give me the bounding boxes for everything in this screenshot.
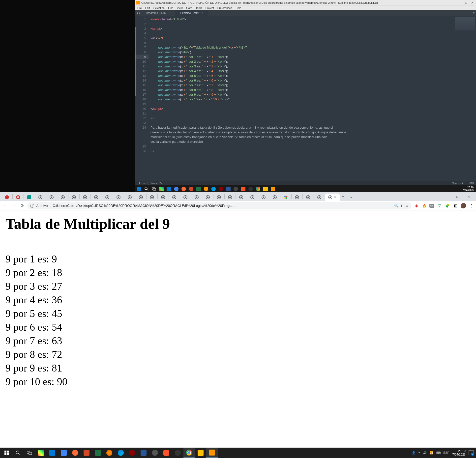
task-view-icon[interactable]	[152, 187, 156, 191]
bookmark-icon[interactable]: ☆	[405, 204, 409, 208]
app-icon[interactable]	[58, 448, 69, 458]
share-icon[interactable]: ⇧	[400, 204, 403, 208]
language-indicator[interactable]: ESP	[444, 451, 449, 455]
extension-icon[interactable]: ◉	[414, 203, 419, 208]
task-view-icon[interactable]	[24, 448, 35, 458]
zoom-icon[interactable]: 🔍	[394, 204, 398, 208]
browser-tab[interactable]	[158, 194, 169, 201]
windows-start-icon[interactable]	[137, 187, 141, 191]
side-panel-icon[interactable]: ◧	[453, 203, 458, 208]
site-info-icon[interactable]: i	[30, 204, 34, 208]
profile-avatar[interactable]	[461, 203, 466, 208]
firefox-icon[interactable]	[204, 187, 208, 191]
notification-icon[interactable]	[469, 450, 474, 455]
opera-icon[interactable]	[219, 187, 223, 191]
browser-tab[interactable]	[35, 194, 46, 201]
reload-button[interactable]: ⟳	[19, 202, 25, 209]
new-tab-icon[interactable]: +	[470, 11, 472, 15]
brave-icon[interactable]	[161, 448, 172, 458]
app-icon[interactable]	[174, 187, 178, 191]
browser-tab[interactable]	[91, 194, 102, 201]
chrome-icon[interactable]	[183, 448, 195, 458]
browser-tab[interactable]	[258, 194, 269, 201]
browser-tab[interactable]	[113, 194, 124, 201]
browser-tab[interactable]	[80, 194, 90, 201]
menu-selection[interactable]: Selection	[153, 6, 165, 9]
browser-tab[interactable]	[303, 194, 314, 201]
back-button[interactable]: ←	[2, 202, 8, 209]
word-icon[interactable]	[138, 448, 149, 458]
tab-close-icon[interactable]: ×	[202, 12, 203, 14]
browser-tab[interactable]	[314, 194, 325, 201]
tab-dropdown-icon[interactable]: ▾	[473, 11, 475, 15]
ccleaner-icon[interactable]	[69, 448, 81, 458]
edge-icon[interactable]	[211, 187, 216, 191]
app-icon[interactable]	[234, 187, 238, 191]
paint-icon[interactable]	[149, 448, 161, 458]
browser-tab[interactable]	[269, 194, 280, 201]
sublime-icon[interactable]	[206, 448, 218, 458]
browser-tab[interactable]	[202, 194, 213, 201]
forward-button[interactable]: →	[10, 202, 17, 209]
menu-edit[interactable]: Edit	[145, 6, 150, 9]
volume-icon[interactable]: 🔊	[423, 451, 427, 455]
browser-tab-active[interactable]: ✕	[325, 194, 340, 201]
sublime-editor[interactable]: 1 2 3 4 5 6 7 8 9 10 11 12 13 14 15 16 1…	[135, 16, 476, 181]
browser-tab[interactable]	[24, 194, 35, 201]
chrome-icon[interactable]	[256, 187, 260, 191]
opera-icon[interactable]	[126, 448, 138, 458]
code-area[interactable]: <meta charset="UTF-8"> <script> var x = …	[149, 16, 476, 181]
powerpoint-icon[interactable]	[81, 448, 92, 458]
word-icon[interactable]	[226, 187, 231, 191]
menu-goto[interactable]: Goto	[186, 6, 192, 9]
minimize-button[interactable]: —	[440, 193, 452, 200]
app-icon[interactable]	[35, 448, 47, 458]
address-bar[interactable]: i Archivo | C:/Users/Croco/Desktop/CURSO…	[27, 202, 412, 209]
tab-exercise2[interactable]: Exercise 2.html ×	[175, 10, 208, 16]
browser-tab[interactable]	[247, 194, 258, 201]
extensions-menu-icon[interactable]: 🧩	[445, 203, 450, 208]
sublime-taskbar-icon[interactable]	[271, 187, 275, 191]
tab-nav-arrows[interactable]: ◀ ▶	[135, 10, 142, 16]
menu-help[interactable]: Help	[236, 6, 241, 9]
browser-tab[interactable]	[124, 194, 135, 201]
menu-project[interactable]: Project	[206, 6, 214, 9]
tab-programa0[interactable]: programa 0.html ×	[142, 10, 176, 16]
wifi-icon[interactable]: 📶	[430, 451, 433, 455]
app-icon[interactable]	[172, 448, 183, 458]
browser-tab[interactable]	[68, 194, 79, 201]
search-icon[interactable]	[144, 187, 149, 191]
browser-tab[interactable]	[57, 194, 68, 201]
browser-tab[interactable]	[46, 194, 57, 201]
mail-icon[interactable]	[167, 187, 171, 191]
firefox-icon[interactable]	[104, 448, 115, 458]
people-icon[interactable]: 👤	[412, 451, 416, 455]
tab-overflow-icon[interactable]: ⌄	[347, 194, 356, 199]
browser-tab[interactable]	[169, 194, 180, 201]
excel-icon[interactable]	[92, 448, 104, 458]
extension-icon[interactable]: 🔥	[421, 203, 427, 208]
explorer-icon[interactable]	[195, 448, 206, 458]
minimize-button[interactable]: —	[458, 1, 461, 4]
browser-tab[interactable]	[180, 194, 191, 201]
tab-close-icon[interactable]: ✕	[334, 196, 336, 199]
browser-tab[interactable]	[225, 194, 236, 201]
upper-clock[interactable]: 20:10 7/04/2023	[463, 186, 475, 192]
browser-tab[interactable]	[236, 194, 247, 201]
menu-file[interactable]: File	[137, 6, 142, 9]
new-tab-button[interactable]: +	[340, 194, 347, 199]
close-button[interactable]: ✕	[471, 1, 474, 4]
browser-tab[interactable]	[1, 194, 12, 201]
minimap[interactable]	[455, 17, 475, 30]
maximize-button[interactable]: □	[465, 1, 467, 4]
brave-icon[interactable]	[241, 187, 245, 191]
browser-tab[interactable]	[292, 194, 302, 201]
extension-icon[interactable]: 🛡	[437, 203, 442, 208]
search-icon[interactable]	[12, 448, 24, 458]
excel-icon[interactable]	[196, 187, 201, 191]
status-panel-icon[interactable]	[137, 182, 140, 184]
maximize-button[interactable]: □	[452, 193, 463, 200]
ccleaner-icon[interactable]	[181, 187, 186, 191]
menu-view[interactable]: View	[177, 6, 183, 9]
keyboard-icon[interactable]: ⌨	[436, 451, 441, 455]
